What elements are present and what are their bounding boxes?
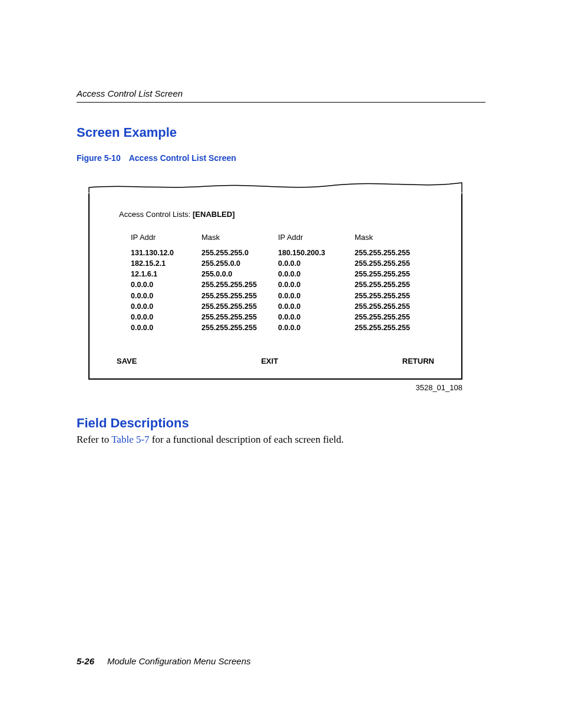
col-ip-right: IP Addr 180.150.200.3 0.0.0.0 0.0.0.0 0.… <box>278 233 355 333</box>
table-cell: 255.255.255.255 <box>355 269 437 279</box>
heading-field-descriptions: Field Descriptions <box>77 416 485 431</box>
col-header-ip-right: IP Addr <box>278 233 355 242</box>
table-cell: 255.255.0.0 <box>201 258 278 269</box>
col-header-mask-right: Mask <box>355 233 437 242</box>
table-cell: 182.15.2.1 <box>131 258 201 269</box>
acl-status-label: Access Control Lists: <box>119 210 193 219</box>
text-pre: Refer to <box>77 434 111 445</box>
table-cell: 12.1.6.1 <box>131 269 201 279</box>
table-cell: 0.0.0.0 <box>278 291 355 301</box>
table-cell: 0.0.0.0 <box>131 301 201 312</box>
table-cell: 0.0.0.0 <box>278 322 355 333</box>
table-cell: 0.0.0.0 <box>131 312 201 322</box>
table-cell: 255.255.255.255 <box>201 322 278 333</box>
table-cell: 0.0.0.0 <box>131 322 201 333</box>
table-cell: 0.0.0.0 <box>131 291 201 301</box>
field-descriptions-text: Refer to Table 5-7 for a functional desc… <box>77 433 485 447</box>
col-header-ip-left: IP Addr <box>131 233 201 242</box>
table-cell: 255.255.255.0 <box>201 248 278 258</box>
page-footer: 5-26Module Configuration Menu Screens <box>77 656 251 666</box>
table-cell: 0.0.0.0 <box>278 301 355 312</box>
table-cell: 0.0.0.0 <box>278 258 355 269</box>
figure-image-id: 3528_01_108 <box>88 383 462 392</box>
text-post: for a functional description of each scr… <box>150 434 344 445</box>
table-cell: 255.255.255.255 <box>201 301 278 312</box>
exit-button[interactable]: EXIT <box>261 357 278 365</box>
table-cell: 255.255.255.255 <box>355 312 437 322</box>
terminal-screen: Access Control Lists: [ENABLED] IP Addr … <box>88 193 462 380</box>
heading-screen-example: Screen Example <box>77 125 485 140</box>
table-cell: 255.255.255.255 <box>355 322 437 333</box>
col-ip-left: IP Addr 131.130.12.0 182.15.2.1 12.1.6.1… <box>131 233 201 333</box>
torn-edge-icon <box>88 180 462 193</box>
table-cell: 131.130.12.0 <box>131 248 201 258</box>
acl-table: IP Addr 131.130.12.0 182.15.2.1 12.1.6.1… <box>113 233 438 333</box>
footer-title: Module Configuration Menu Screens <box>107 656 250 666</box>
table-cell: 255.255.255.255 <box>355 279 437 290</box>
figure-caption: Figure 5-10Access Control List Screen <box>77 153 485 163</box>
table-cell: 255.255.255.255 <box>201 279 278 290</box>
col-mask-left: Mask 255.255.255.0 255.255.0.0 255.0.0.0… <box>201 233 278 333</box>
table-cell: 255.255.255.255 <box>355 248 437 258</box>
table-cell: 255.255.255.255 <box>201 291 278 301</box>
acl-status-line: Access Control Lists: [ENABLED] <box>113 210 438 219</box>
figure-title: Access Control List Screen <box>129 153 236 163</box>
screen-button-row: SAVE EXIT RETURN <box>113 357 438 365</box>
table-cell: 0.0.0.0 <box>131 279 201 290</box>
table-cell: 255.255.255.255 <box>201 312 278 322</box>
table-cell: 255.0.0.0 <box>201 269 278 279</box>
save-button[interactable]: SAVE <box>117 357 137 365</box>
return-button[interactable]: RETURN <box>402 357 434 365</box>
table-cell: 0.0.0.0 <box>278 312 355 322</box>
header-rule <box>77 102 485 103</box>
table-cell: 0.0.0.0 <box>278 279 355 290</box>
col-mask-right: Mask 255.255.255.255 255.255.255.255 255… <box>355 233 437 333</box>
page-number: 5-26 <box>77 656 94 666</box>
running-header: Access Control List Screen <box>77 0 485 98</box>
figure-wrap: Access Control Lists: [ENABLED] IP Addr … <box>88 180 462 392</box>
table-cell: 255.255.255.255 <box>355 258 437 269</box>
table-cell: 180.150.200.3 <box>278 248 355 258</box>
col-header-mask-left: Mask <box>201 233 278 242</box>
table-cell: 255.255.255.255 <box>355 291 437 301</box>
acl-status-value: [ENABLED] <box>193 210 235 219</box>
table-5-7-link[interactable]: Table 5-7 <box>111 434 149 445</box>
table-cell: 255.255.255.255 <box>355 301 437 312</box>
figure-number: Figure 5-10 <box>77 153 121 163</box>
table-cell: 0.0.0.0 <box>278 269 355 279</box>
